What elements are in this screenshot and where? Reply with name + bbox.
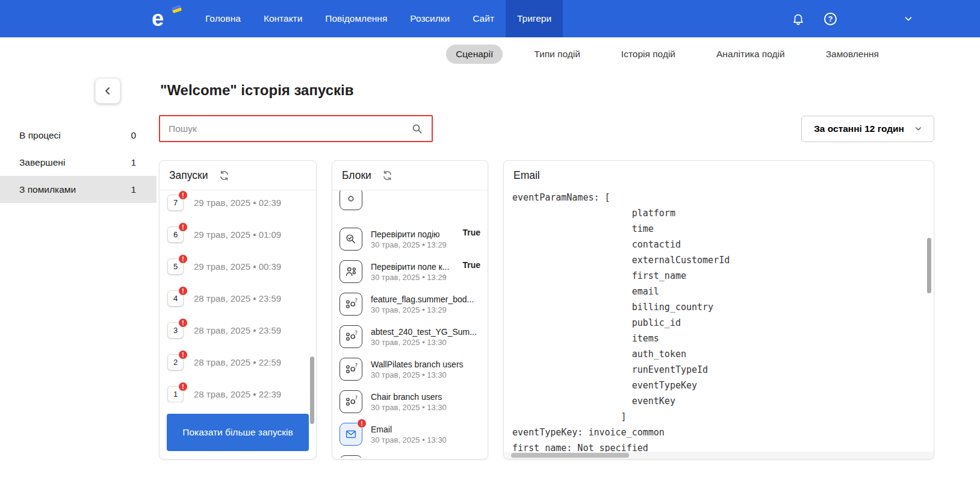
sidebar-item-count: 1 <box>131 184 136 195</box>
run-number: 1 <box>173 390 178 399</box>
svg-text:?: ? <box>355 298 357 304</box>
error-badge-icon: ! <box>178 254 188 264</box>
error-badge-icon: ! <box>178 350 188 360</box>
block-result-flag: True <box>462 228 480 237</box>
tab-istoriya-podii[interactable]: Історія подій <box>612 45 685 64</box>
ukraine-flag-icon <box>172 5 182 13</box>
run-item-5[interactable]: 5 ! 29 трав, 2025 • 00:39 <box>167 251 316 282</box>
chevron-left-icon <box>102 85 114 97</box>
main-nav: Головна Контакти Повідомлення Розсилки С… <box>194 0 563 37</box>
run-item-6[interactable]: 6 ! 29 трав, 2025 • 01:09 <box>167 219 316 251</box>
account-menu-chevron-down-icon[interactable] <box>901 11 916 26</box>
delay-clock-icon <box>340 455 362 458</box>
email-icon: ! <box>340 423 362 446</box>
nav-item-golovna[interactable]: Головна <box>194 0 252 37</box>
block-date: 30 трав, 2025 • 13:29 <box>371 240 447 249</box>
block-item-feature-flag[interactable]: ? feature_flag.summer_bod... 30 трав, 20… <box>340 288 480 320</box>
show-more-runs-button[interactable]: Показати більше запусків <box>167 414 309 451</box>
refresh-icon[interactable] <box>382 170 394 182</box>
time-range-label: За останні 12 годин <box>814 123 904 134</box>
block-name: Chair branch users <box>371 392 447 402</box>
block-name: abtest_240_test_YG_Sum... <box>371 327 477 337</box>
blocks-panel-title: Блоки <box>342 169 371 182</box>
block-item-delay-24h[interactable]: 24 год 30 трав, 2025 • 13:30 <box>340 450 480 458</box>
email-panel-title: Email <box>513 169 540 182</box>
email-panel-header: Email <box>504 161 934 190</box>
run-date: 28 трав, 2025 • 23:59 <box>194 325 281 335</box>
tab-zamovlennya[interactable]: Замовлення <box>816 45 889 64</box>
tab-typy-podii[interactable]: Типи подій <box>524 45 590 64</box>
search-box <box>159 115 433 142</box>
run-item-2[interactable]: 2 ! 28 трав, 2025 • 22:59 <box>167 346 316 378</box>
block-name: feature_flag.summer_bod... <box>371 294 474 304</box>
ab-split-icon: ? <box>340 293 362 316</box>
sidebar: В процесі 0 Завершені 1 З помилками 1 <box>0 71 157 460</box>
tab-scenarii[interactable]: Сценарії <box>446 45 503 64</box>
run-status-filter-list: В процесі 0 Завершені 1 З помилками 1 <box>0 122 157 203</box>
run-number: 6 <box>173 230 178 239</box>
nav-item-rozsylky[interactable]: Розсилки <box>399 0 461 37</box>
sidebar-item-in-progress[interactable]: В процесі 0 <box>0 122 157 149</box>
block-item-wallpilates-branch[interactable]: ? WallPilates branch users 30 трав, 2025… <box>340 353 480 385</box>
block-item-email[interactable]: ! Email 30 трав, 2025 • 13:30 <box>340 418 480 450</box>
ab-split-icon: ? <box>340 390 362 413</box>
nav-item-kontakty[interactable]: Контакти <box>252 0 314 37</box>
run-item-1[interactable]: 1 ! 28 трав, 2025 • 22:39 <box>167 378 316 402</box>
email-panel-horizontal-scrollbar[interactable] <box>511 453 629 458</box>
run-number-badge: 6 ! <box>167 226 184 243</box>
nav-item-sait[interactable]: Сайт <box>461 0 506 37</box>
app-logo[interactable]: e <box>152 0 194 37</box>
svg-text:?: ? <box>355 395 357 401</box>
sidebar-item-with-errors[interactable]: З помилками 1 <box>0 176 157 203</box>
run-number: 2 <box>173 358 178 367</box>
tab-analityka-podii[interactable]: Аналітика подій <box>707 45 795 64</box>
time-range-dropdown[interactable]: За останні 12 годин <box>801 116 934 142</box>
block-name: Перевірити подію <box>371 229 447 239</box>
nav-item-povidomlennya[interactable]: Повідомлення <box>314 0 399 37</box>
block-item-check-contact-field[interactable]: Перевірити поле к... 30 трав, 2025 • 13:… <box>340 255 480 288</box>
error-badge-icon: ! <box>178 286 188 296</box>
block-name: WallPilates branch users <box>371 360 464 369</box>
blocks-panel-header: Блоки <box>332 161 488 190</box>
runs-scrollbar[interactable] <box>310 357 314 424</box>
email-panel-vertical-scrollbar[interactable] <box>927 238 931 293</box>
header-actions: ? <box>790 0 980 37</box>
run-number: 7 <box>173 198 178 207</box>
search-icon[interactable] <box>411 123 423 135</box>
notifications-bell-icon[interactable] <box>790 11 806 26</box>
sidebar-item-label: Завершені <box>19 157 131 168</box>
run-number: 5 <box>173 262 178 271</box>
run-item-4[interactable]: 4 ! 28 трав, 2025 • 23:59 <box>167 282 316 314</box>
sidebar-item-label: З помилками <box>19 184 131 195</box>
refresh-icon[interactable] <box>219 170 231 182</box>
run-item-7[interactable]: 7 ! 29 трав, 2025 • 02:39 <box>167 190 316 219</box>
run-number-badge: 1 ! <box>167 386 184 402</box>
sidebar-item-count: 0 <box>131 130 136 141</box>
email-panel-horizontal-scrollbar-track[interactable] <box>504 452 934 459</box>
ab-split-icon: ? <box>340 358 362 381</box>
error-badge-icon: ! <box>357 419 367 428</box>
main-content: "Welcome" історія запусків За останні 12… <box>157 71 980 460</box>
blocks-panel: Блоки <box>332 160 488 460</box>
sidebar-item-completed[interactable]: Завершені 1 <box>0 149 157 176</box>
email-detail-panel: Email eventParamNames: [ platform time c… <box>503 160 934 460</box>
logo-e-glyph: e <box>152 8 164 30</box>
controls-row: За останні 12 годин <box>159 115 934 142</box>
block-item-check-event[interactable]: Перевірити подію 30 трав, 2025 • 13:29 T… <box>340 223 480 255</box>
page-body: В процесі 0 Завершені 1 З помилками 1 "W… <box>0 71 980 460</box>
run-item-3[interactable]: 3 ! 28 трав, 2025 • 23:59 <box>167 314 316 346</box>
run-number-badge: 7 ! <box>167 195 184 211</box>
block-item-partial[interactable] <box>340 190 480 223</box>
contact-field-check-icon <box>340 260 362 283</box>
run-date: 28 трав, 2025 • 22:59 <box>194 357 281 367</box>
nav-item-tryhery[interactable]: Тригери <box>506 0 563 37</box>
block-item-abtest[interactable]: ? abtest_240_test_YG_Sum... 30 трав, 202… <box>340 320 480 353</box>
run-number-badge: 4 ! <box>167 290 184 307</box>
block-date: 30 трав, 2025 • 13:29 <box>371 273 449 282</box>
back-button[interactable] <box>95 78 120 104</box>
search-input[interactable] <box>169 123 411 134</box>
run-date: 29 трав, 2025 • 02:39 <box>194 198 281 208</box>
help-icon[interactable]: ? <box>824 13 837 25</box>
block-item-chair-branch[interactable]: ? Chair branch users 30 трав, 2025 • 13:… <box>340 385 480 418</box>
run-number-badge: 2 ! <box>167 354 184 370</box>
